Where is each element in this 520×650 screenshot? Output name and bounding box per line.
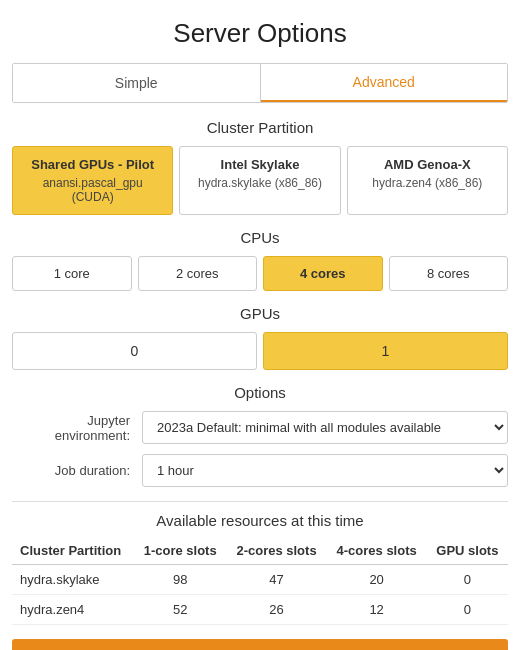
resources-header: Available resources at this time	[12, 512, 508, 529]
row0-c4: 20	[327, 565, 427, 595]
duration-row: Job duration: 1 hour 2 hours 4 hours 8 h…	[12, 454, 508, 487]
cluster-partition-header: Cluster Partition	[0, 119, 520, 136]
tab-advanced[interactable]: Advanced	[261, 64, 508, 102]
cluster-option-intel-skylake[interactable]: Intel Skylake hydra.skylake (x86_86)	[179, 146, 340, 215]
cluster-partition-grid: Shared GPUs - Pilot anansi.pascal_gpu (C…	[12, 146, 508, 215]
jupyter-select[interactable]: 2023a Default: minimal with all modules …	[142, 411, 508, 444]
cluster-option-shared-gpu[interactable]: Shared GPUs - Pilot anansi.pascal_gpu (C…	[12, 146, 173, 215]
resources-table-header-row: Cluster Partition 1-core slots 2-cores s…	[12, 537, 508, 565]
row1-partition: hydra.zen4	[12, 595, 134, 625]
cluster-option-amd-title: AMD Genoa-X	[356, 157, 499, 172]
col-header-1core: 1-core slots	[134, 537, 227, 565]
row0-partition: hydra.skylake	[12, 565, 134, 595]
row0-gpu: 0	[427, 565, 508, 595]
start-button[interactable]: Start	[12, 639, 508, 650]
options-header: Options	[0, 384, 520, 401]
resources-divider	[12, 501, 508, 502]
cpu-option-8cores[interactable]: 8 cores	[389, 256, 509, 291]
duration-select[interactable]: 1 hour 2 hours 4 hours 8 hours 12 hours	[142, 454, 508, 487]
row1-c2: 26	[226, 595, 326, 625]
cluster-option-intel-title: Intel Skylake	[188, 157, 331, 172]
table-row: hydra.skylake 98 47 20 0	[12, 565, 508, 595]
gpu-option-0[interactable]: 0	[12, 332, 257, 370]
col-header-2cores: 2-cores slots	[226, 537, 326, 565]
duration-label: Job duration:	[12, 463, 142, 478]
page-title: Server Options	[0, 0, 520, 63]
resources-section: Available resources at this time Cluster…	[12, 512, 508, 625]
cpu-option-1core[interactable]: 1 core	[12, 256, 132, 291]
jupyter-row: Jupyter environment: 2023a Default: mini…	[12, 411, 508, 444]
tab-simple[interactable]: Simple	[13, 64, 260, 102]
start-bar: Start	[12, 639, 508, 650]
row1-c4: 12	[327, 595, 427, 625]
cluster-option-shared-gpu-sub: anansi.pascal_gpu (CUDA)	[21, 176, 164, 204]
cpus-header: CPUs	[0, 229, 520, 246]
jupyter-label: Jupyter environment:	[12, 413, 142, 443]
col-header-gpu: GPU slots	[427, 537, 508, 565]
tabs-container: Simple Advanced	[12, 63, 508, 103]
row1-gpu: 0	[427, 595, 508, 625]
cpu-option-2cores[interactable]: 2 cores	[138, 256, 258, 291]
gpu-options-grid: 0 1	[12, 332, 508, 370]
row1-c1: 52	[134, 595, 227, 625]
col-header-4cores: 4-cores slots	[327, 537, 427, 565]
cluster-option-amd-sub: hydra.zen4 (x86_86)	[356, 176, 499, 190]
row0-c2: 47	[226, 565, 326, 595]
options-section: Jupyter environment: 2023a Default: mini…	[12, 411, 508, 487]
cpu-options-grid: 1 core 2 cores 4 cores 8 cores	[12, 256, 508, 291]
gpu-option-1[interactable]: 1	[263, 332, 508, 370]
cluster-option-intel-sub: hydra.skylake (x86_86)	[188, 176, 331, 190]
table-row: hydra.zen4 52 26 12 0	[12, 595, 508, 625]
col-header-partition: Cluster Partition	[12, 537, 134, 565]
row0-c1: 98	[134, 565, 227, 595]
gpus-header: GPUs	[0, 305, 520, 322]
cpu-option-4cores[interactable]: 4 cores	[263, 256, 383, 291]
resources-table: Cluster Partition 1-core slots 2-cores s…	[12, 537, 508, 625]
cluster-option-amd-genoa[interactable]: AMD Genoa-X hydra.zen4 (x86_86)	[347, 146, 508, 215]
cluster-option-shared-gpu-title: Shared GPUs - Pilot	[21, 157, 164, 172]
